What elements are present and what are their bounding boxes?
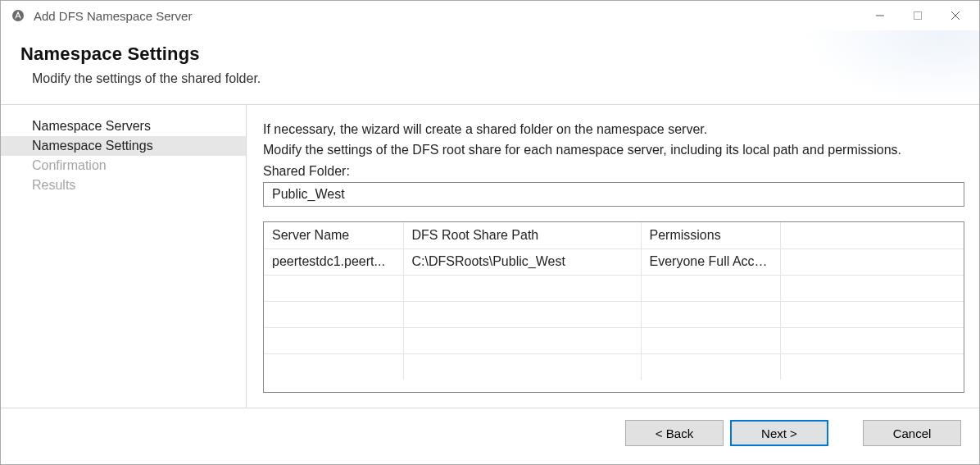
wizard-sidebar: Namespace Servers Namespace Settings Con… xyxy=(1,105,247,408)
shared-folder-label: Shared Folder: xyxy=(263,164,964,179)
titlebar: Add DFS Namespace Server xyxy=(1,1,979,30)
table-row-empty xyxy=(264,301,964,327)
close-button[interactable] xyxy=(937,2,974,29)
wizard-body: Namespace Servers Namespace Settings Con… xyxy=(1,105,979,408)
table-header-row: Server Name DFS Root Share Path Permissi… xyxy=(264,222,964,248)
wizard-header: Namespace Settings Modify the settings o… xyxy=(1,30,979,105)
table-row-empty xyxy=(264,327,964,353)
minimize-button[interactable] xyxy=(861,2,899,29)
col-share-path[interactable]: DFS Root Share Path xyxy=(403,222,641,248)
wizard-footer: < Back Next > Cancel xyxy=(1,408,979,464)
next-button[interactable]: Next > xyxy=(730,420,828,446)
table-row-empty xyxy=(264,353,964,380)
cell-server-name: peertestdc1.peert... xyxy=(264,248,403,275)
window-controls xyxy=(861,2,974,29)
back-button[interactable]: < Back xyxy=(625,420,724,446)
sidebar-step-namespace-servers[interactable]: Namespace Servers xyxy=(1,116,246,136)
instruction-line-2: Modify the settings of the DFS root shar… xyxy=(263,140,964,159)
table-row[interactable]: peertestdc1.peert... C:\DFSRoots\Public_… xyxy=(264,248,964,275)
button-gap xyxy=(835,420,856,446)
table-row-empty xyxy=(264,275,964,301)
wizard-window: Add DFS Namespace Server Namespace Setti… xyxy=(0,0,980,465)
sidebar-step-namespace-settings[interactable]: Namespace Settings xyxy=(1,136,246,156)
maximize-button[interactable] xyxy=(899,2,937,29)
sidebar-step-results: Results xyxy=(1,176,246,195)
cell-permissions: Everyone Full Access xyxy=(641,248,780,275)
window-title: Add DFS Namespace Server xyxy=(34,9,861,23)
instruction-line-1: If necessary, the wizard will create a s… xyxy=(263,120,964,139)
col-extra[interactable] xyxy=(780,222,964,248)
cancel-button[interactable]: Cancel xyxy=(863,420,961,446)
sidebar-step-confirmation: Confirmation xyxy=(1,156,246,176)
page-title: Namespace Settings xyxy=(20,43,960,65)
shared-folder-value[interactable]: Public_West xyxy=(263,182,964,207)
cell-share-path: C:\DFSRoots\Public_West xyxy=(403,248,641,275)
page-subtitle: Modify the settings of the shared folder… xyxy=(32,71,960,86)
col-permissions[interactable]: Permissions xyxy=(641,222,780,248)
col-server-name[interactable]: Server Name xyxy=(264,222,403,248)
cell-extra xyxy=(780,248,964,275)
svg-rect-1 xyxy=(914,12,922,20)
app-icon xyxy=(11,8,25,23)
servers-table: Server Name DFS Root Share Path Permissi… xyxy=(263,221,964,393)
wizard-content: If necessary, the wizard will create a s… xyxy=(247,105,979,408)
